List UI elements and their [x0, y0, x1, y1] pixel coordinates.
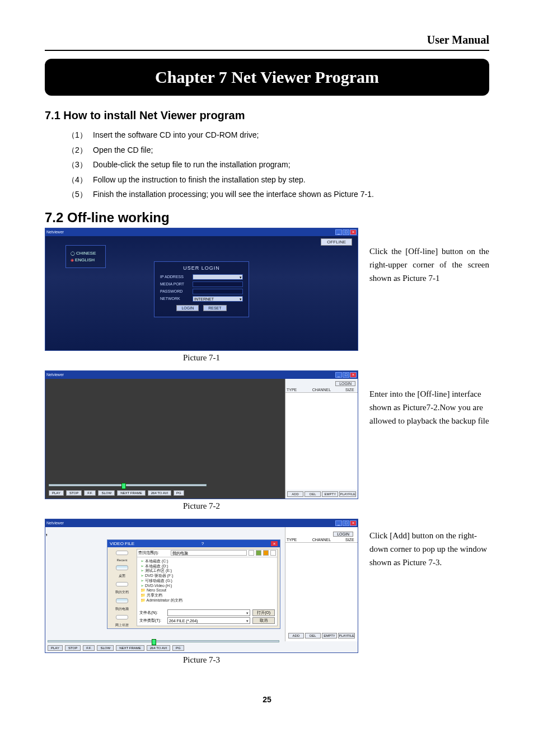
playback-slider[interactable]	[49, 484, 207, 486]
add-button[interactable]: ADD	[287, 491, 303, 497]
next-frame-button[interactable]: NEXT FRAME	[116, 645, 144, 651]
list-item[interactable]: 共享文档	[140, 593, 274, 598]
file-list[interactable]	[285, 393, 358, 490]
264-to-avi-button[interactable]: 264 TO AVI	[148, 490, 171, 496]
slow-button[interactable]: SLOW	[98, 490, 115, 496]
password-input[interactable]	[193, 289, 243, 294]
chapter-title: Chapter 7 Net Viewer Program	[45, 59, 489, 96]
col-size: SIZE	[345, 388, 357, 392]
filetype-label: 文件类型(T):	[139, 618, 167, 623]
picture-7-2-description: Enter into the [Off-line] interface show…	[358, 370, 489, 428]
mediaport-input[interactable]	[193, 281, 243, 287]
open-button[interactable]: 打开(O)	[252, 609, 275, 616]
maximize-icon[interactable]: □	[343, 520, 349, 526]
play-button[interactable]: PLAY	[49, 490, 64, 496]
empty-button[interactable]: EMPTY	[322, 491, 338, 497]
list-item[interactable]: Nero Scout	[140, 588, 274, 593]
col-size: SIZE	[345, 538, 357, 542]
empty-button[interactable]: EMPTY	[322, 633, 338, 638]
ip-input[interactable]	[193, 274, 243, 280]
list-item[interactable]: Administrator 的文档	[140, 598, 274, 603]
back-icon[interactable]	[249, 550, 254, 556]
lang-chinese-radio[interactable]: CHINESE	[71, 251, 96, 256]
network-icon[interactable]	[116, 615, 128, 619]
step-text: Follow up the instruction to finish the …	[93, 172, 306, 187]
picture-7-1-description: Click the [Off-line] button on the right…	[358, 228, 489, 285]
login-panel: USER LOGIN IP ADDRESS MEDIA PORT PASSWOR…	[154, 261, 249, 317]
ff-button[interactable]: F.F.	[83, 645, 95, 651]
minimize-icon[interactable]: _	[335, 229, 342, 235]
minimize-icon[interactable]: _	[335, 372, 342, 378]
dialog-help-icon[interactable]: ?	[202, 541, 204, 546]
window-title: Netviewer	[46, 230, 64, 234]
playfile-button[interactable]: PLAYFILE	[338, 633, 355, 638]
maximize-icon[interactable]: □	[343, 372, 349, 378]
picture-7-1-caption: Picture 7-1	[45, 353, 358, 363]
dialog-file-list[interactable]: 本地磁盘 (C:) 本地磁盘 (D:) 测试工作区 (E:) DVD 驱动器 (…	[137, 557, 277, 605]
network-label: NETWORK	[160, 297, 193, 300]
play-button[interactable]: PLAY	[48, 645, 63, 651]
playback-slider[interactable]	[48, 640, 279, 642]
stop-button[interactable]: STOP	[66, 490, 82, 496]
step-num: （4）	[67, 172, 93, 187]
264-to-avi-button[interactable]: 264 TO AVI	[147, 645, 170, 651]
mediaport-label: MEDIA PORT	[160, 282, 193, 286]
filename-input[interactable]	[167, 609, 250, 616]
login-button[interactable]: LOGIN	[335, 381, 355, 386]
reset-button[interactable]: RESET	[203, 305, 226, 311]
slow-button[interactable]: SLOW	[97, 645, 114, 651]
login-title: USER LOGIN	[160, 265, 243, 271]
login-button[interactable]: LOGIN	[176, 305, 199, 311]
stop-button[interactable]: STOP	[65, 645, 81, 651]
del-button[interactable]: DEL	[305, 633, 321, 638]
next-frame-button[interactable]: NEXT FRAME	[117, 490, 146, 496]
screenshot-7-1: Netviewer _ □ × CHINESE ENGLISH OFFLINE …	[45, 228, 358, 351]
screenshot-7-2: Netviewer _ □ × PLAY STOP F.F.	[45, 370, 358, 499]
lookin-select[interactable]: 我的电脑	[171, 550, 247, 556]
newfolder-icon[interactable]	[263, 550, 269, 556]
mydoc-icon[interactable]	[116, 582, 128, 586]
del-button[interactable]: DEL	[305, 491, 321, 497]
close-icon[interactable]: ×	[350, 229, 357, 235]
mypc-icon[interactable]	[116, 598, 128, 603]
step-text: Open the CD file;	[93, 143, 153, 158]
step-num: （1）	[67, 128, 93, 143]
ip-label: IP ADDRESS	[160, 275, 193, 279]
ff-button[interactable]: F.F.	[84, 490, 96, 496]
lang-english-radio[interactable]: ENGLISH	[71, 257, 96, 262]
desktop-icon[interactable]	[116, 565, 128, 570]
recent-icon[interactable]	[116, 551, 128, 555]
add-button[interactable]: ADD	[288, 633, 304, 638]
minimize-icon[interactable]: _	[335, 520, 342, 526]
pg-label: PG	[172, 645, 184, 651]
picture-7-3-caption: Picture 7-3	[45, 655, 358, 665]
offline-button[interactable]: OFFLINE	[321, 238, 352, 246]
list-item[interactable]: 本地磁盘 (C:)	[140, 559, 274, 564]
col-type: TYPE	[287, 538, 312, 542]
file-open-dialog: VIDEO FILE ? × Recent 桌面 我的文档	[107, 539, 280, 629]
views-icon[interactable]	[270, 550, 276, 556]
up-icon[interactable]	[256, 550, 261, 556]
close-icon[interactable]: ×	[350, 520, 357, 526]
language-box: CHINESE ENGLISH	[65, 245, 106, 268]
close-icon[interactable]: ×	[350, 372, 357, 378]
window-title: Netviewer	[46, 521, 64, 525]
filetype-select[interactable]: 264 FILE (*.264)	[167, 617, 250, 624]
dialog-close-icon[interactable]: ×	[271, 541, 278, 546]
maximize-icon[interactable]: □	[343, 229, 349, 235]
list-item[interactable]: 本地磁盘 (D:)	[140, 564, 274, 569]
lookin-label: 查找范围(I):	[138, 550, 170, 556]
list-item[interactable]: DVD 驱动器 (F:)	[140, 574, 274, 579]
step-num: （3）	[67, 157, 93, 172]
network-select[interactable]: INTERNET	[193, 296, 243, 302]
picture-7-3-description: Click [Add] button on the right-down cor…	[358, 519, 489, 569]
playfile-button[interactable]: PLAYFILE	[339, 491, 356, 497]
list-item[interactable]: 可移动磁盘 (G:)	[140, 579, 274, 584]
col-channel: CHANNEL	[312, 538, 345, 542]
list-item[interactable]: 测试工作区 (E:)	[140, 569, 274, 574]
network-label: 网上邻居	[115, 623, 129, 628]
cancel-button[interactable]: 取消	[252, 617, 275, 624]
col-type: TYPE	[287, 388, 312, 392]
login-button[interactable]: LOGIN	[333, 532, 353, 537]
screenshot-7-3: Netviewer _ □ × VIDEO FILE ? ×	[45, 519, 358, 653]
